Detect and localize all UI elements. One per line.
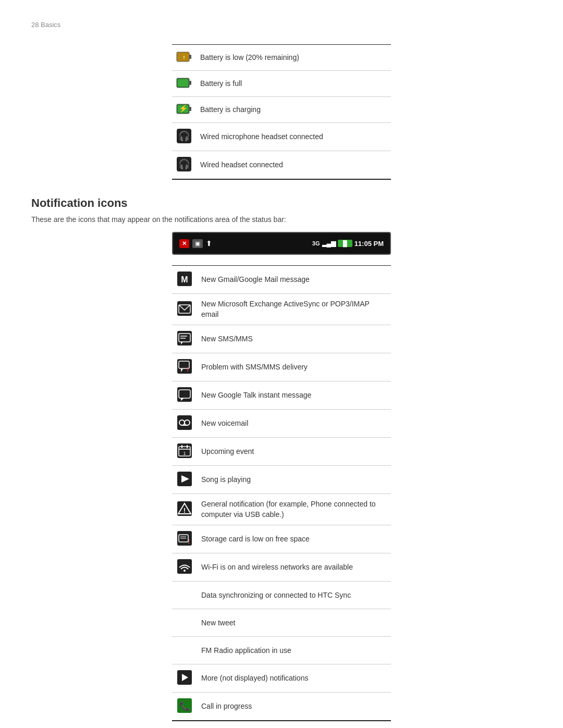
svg-rect-6 (178, 79, 188, 87)
sms-error-icon: ! (172, 353, 197, 381)
call-icon: 📞 (172, 693, 197, 721)
svg-text:!: ! (188, 538, 190, 545)
notification-row: New Microsoft Exchange ActiveSync or POP… (172, 294, 391, 325)
svg-text:!: ! (183, 507, 186, 514)
alert-icon: ! (172, 494, 197, 525)
notification-row-desc: General notification (for example, Phone… (197, 494, 391, 525)
notification-row: 📞 Call in progress (172, 693, 391, 721)
gtalk-icon (172, 381, 197, 410)
svg-text:🎧: 🎧 (178, 158, 190, 170)
battery-row: Battery is full (172, 71, 391, 97)
battery-row: ! Battery is low (20% remaining) (172, 45, 391, 71)
battery-row-desc: Wired headset connected (196, 151, 391, 180)
more-notifications-icon (172, 664, 197, 693)
battery-full-icon (172, 71, 196, 97)
notification-row: Wi-Fi is on and wireless networks are av… (172, 553, 391, 582)
svg-rect-17 (177, 301, 192, 316)
notification-row: FM Radio application in use (172, 637, 391, 664)
headset-mic-icon: 🎧 (172, 123, 196, 151)
battery-row-desc: Wired microphone headset connected (196, 123, 391, 151)
status-3g-label: 3G (312, 240, 320, 246)
voicemail-icon (172, 410, 197, 438)
notification-row-desc: FM Radio application in use (197, 637, 391, 664)
status-screenshot-icon: ▣ (192, 239, 203, 248)
battery-charging-icon: ⚡ (172, 97, 196, 123)
svg-text:⚡: ⚡ (179, 104, 188, 113)
notification-section: Notification icons These are the icons t… (31, 196, 532, 721)
notification-row: New tweet (172, 609, 391, 637)
svg-text:🎧: 🎧 (178, 130, 190, 142)
notification-row-desc: Call in progress (197, 693, 391, 721)
music-icon (172, 466, 197, 494)
notification-row-desc: New Microsoft Exchange ActiveSync or POP… (197, 294, 391, 325)
svg-text:M: M (181, 275, 188, 284)
wifi-icon (172, 553, 197, 582)
svg-point-52 (183, 570, 186, 572)
notification-row: More (not displayed) notifications (172, 664, 391, 693)
notification-section-desc: These are the icons that may appear on t… (31, 215, 532, 224)
status-time: 11:05 PM (354, 240, 384, 248)
status-bar-right: 3G ▂▄▆ ▐▌ 11:05 PM (312, 240, 384, 248)
battery-row: ⚡ Battery is charging (172, 97, 391, 123)
svg-text:📞: 📞 (179, 701, 191, 712)
svg-text:1: 1 (183, 451, 186, 456)
gmail-icon: M (172, 266, 197, 294)
htcsync-icon (172, 582, 197, 609)
notification-row-desc: Problem with SMS/MMS delivery (197, 353, 391, 381)
notification-row-desc: New Gmail/Google Mail message (197, 266, 391, 294)
notification-row-desc: New tweet (197, 609, 391, 637)
calendar-icon: 1 (172, 438, 197, 466)
notification-section-title: Notification icons (31, 196, 532, 210)
notification-row: Song is playing (172, 466, 391, 494)
notification-row-desc: More (not displayed) notifications (197, 664, 391, 693)
battery-row-desc: Battery is low (20% remaining) (196, 45, 391, 71)
notification-row: Data synchronizing or connected to HTC S… (172, 582, 391, 609)
notification-row-desc: Song is playing (197, 466, 391, 494)
svg-rect-28 (177, 387, 192, 402)
status-bar: ✕ ▣ ⬆ 3G ▂▄▆ ▐▌ 11:05 PM (172, 232, 391, 255)
storage-icon: ! (172, 525, 197, 553)
notification-row-desc: New voicemail (197, 410, 391, 438)
notification-row: ! Storage card is low on free space (172, 525, 391, 553)
notification-row: New voicemail (172, 410, 391, 438)
notification-row: 1 Upcoming event (172, 438, 391, 466)
battery-row-desc: Battery is full (196, 71, 391, 97)
notification-row: New SMS/MMS (172, 325, 391, 353)
notification-table: M New Gmail/Google Mail message New Micr… (172, 265, 391, 721)
battery-row: 🎧 Wired headset connected (172, 151, 391, 180)
status-x-icon: ✕ (179, 239, 189, 248)
svg-rect-8 (189, 107, 191, 111)
status-usb-icon: ⬆ (206, 239, 212, 248)
status-bar-wrapper: ✕ ▣ ⬆ 3G ▂▄▆ ▐▌ 11:05 PM (172, 232, 391, 255)
notification-row-desc: New Google Talk instant message (197, 381, 391, 410)
svg-rect-2 (178, 53, 181, 60)
status-signal-icon: ▂▄▆ (322, 240, 336, 247)
fm-radio-icon (172, 637, 197, 664)
svg-rect-1 (189, 55, 191, 59)
notification-row: New Google Talk instant message (172, 381, 391, 410)
battery-row: 🎧 Wired microphone headset connected (172, 123, 391, 151)
sms-icon (172, 325, 197, 353)
notification-row: ! Problem with SMS/MMS delivery (172, 353, 391, 381)
svg-rect-5 (189, 81, 191, 85)
battery-low-icon: ! (172, 45, 196, 71)
notification-row-desc: Upcoming event (197, 438, 391, 466)
email-icon (172, 294, 197, 325)
battery-table-container: ! Battery is low (20% remaining) Battery… (172, 44, 391, 180)
notification-row-desc: New SMS/MMS (197, 325, 391, 353)
battery-row-desc: Battery is charging (196, 97, 391, 123)
status-bar-left: ✕ ▣ ⬆ (179, 239, 212, 248)
notification-row: ! General notification (for example, Pho… (172, 494, 391, 525)
page-header: 28 Basics (31, 21, 532, 29)
twitter-icon (172, 609, 197, 637)
status-battery-icon: ▐▌ (338, 240, 352, 247)
battery-table: ! Battery is low (20% remaining) Battery… (172, 44, 391, 180)
notification-row-desc: Storage card is low on free space (197, 525, 391, 553)
svg-text:!: ! (183, 55, 185, 60)
svg-text:!: ! (187, 366, 189, 373)
notification-row-desc: Wi-Fi is on and wireless networks are av… (197, 553, 391, 582)
notification-row: M New Gmail/Google Mail message (172, 266, 391, 294)
notification-row-desc: Data synchronizing or connected to HTC S… (197, 582, 391, 609)
headset-icon: 🎧 (172, 151, 196, 180)
notification-table-container: M New Gmail/Google Mail message New Micr… (172, 265, 391, 721)
